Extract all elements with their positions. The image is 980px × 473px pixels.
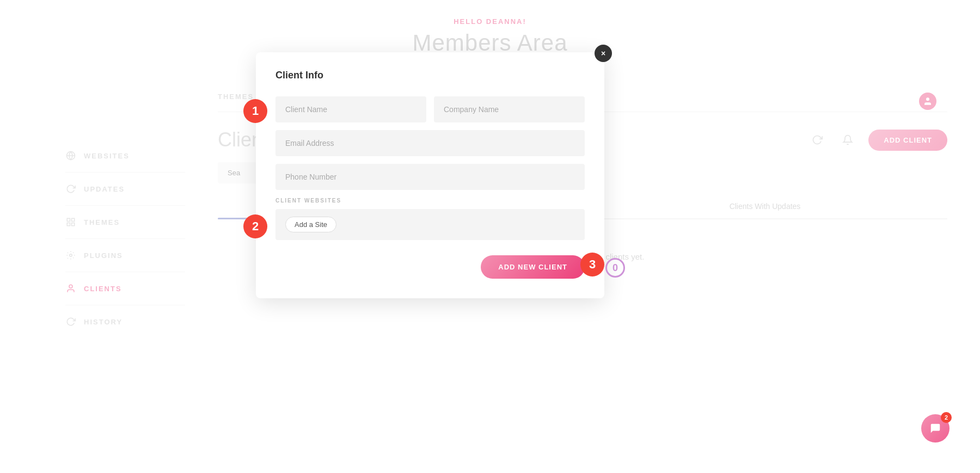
modal-email-row (275, 130, 585, 156)
client-name-input[interactable] (275, 96, 426, 122)
step-badge-3: 3 (580, 253, 604, 277)
modal-title: Client Info (275, 70, 585, 81)
websites-label: CLIENT WEBSITES (275, 198, 585, 204)
company-name-input[interactable] (434, 96, 585, 122)
websites-area: Add a Site (275, 209, 585, 240)
chat-button[interactable]: 2 (921, 414, 950, 443)
phone-input[interactable] (275, 164, 585, 190)
client-info-modal: × Client Info CLIENT WEBSITES Add a Site… (256, 52, 604, 298)
step-badge-1: 1 (243, 99, 267, 123)
modal-footer: ADD NEW CLIENT (275, 255, 585, 279)
add-new-client-button[interactable]: ADD NEW CLIENT (481, 255, 585, 279)
modal-close-button[interactable]: × (595, 45, 612, 62)
step-badge-3-circle: 0 (605, 258, 625, 278)
email-input[interactable] (275, 130, 585, 156)
step-badge-2: 2 (243, 214, 267, 238)
add-site-button[interactable]: Add a Site (285, 217, 336, 232)
modal-phone-row (275, 164, 585, 190)
client-websites-section: CLIENT WEBSITES Add a Site (275, 198, 585, 240)
chat-badge: 2 (941, 412, 952, 423)
modal-name-row (275, 96, 585, 122)
